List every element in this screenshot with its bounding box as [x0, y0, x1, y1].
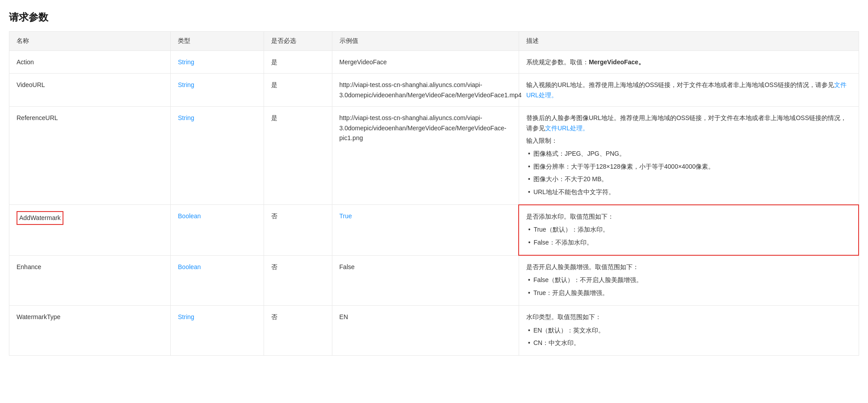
file-url-link-2[interactable]: 文件URL处理。 — [545, 125, 589, 132]
list-item: 图像分辨率：大于等于128×128像素，小于等于4000×4000像素。 — [526, 160, 851, 173]
cell-required: 否 — [264, 306, 332, 356]
list-item: EN（默认）：英文水印。 — [526, 324, 851, 337]
cell-name: AddWatermark — [9, 205, 171, 255]
cell-required: 是 — [264, 51, 332, 74]
desc-list: 图像格式：JPEG、JPG、PNG。 图像分辨率：大于等于128×128像素，小… — [526, 147, 851, 198]
params-table: 名称 类型 是否必选 示例值 描述 Action String 是 MergeV… — [9, 31, 859, 356]
cell-type: String — [171, 306, 264, 356]
cell-example: http://viapi-test.oss-cn-shanghai.aliyun… — [332, 74, 519, 107]
example-value: True — [340, 212, 352, 220]
type-value: Boolean — [178, 263, 201, 270]
list-item: True（默认）：添加水印。 — [526, 223, 851, 236]
cell-required: 是 — [264, 107, 332, 205]
list-item: False：不添加水印。 — [526, 236, 851, 249]
cell-type: String — [171, 51, 264, 74]
cell-example: http://viapi-test.oss-cn-shanghai.aliyun… — [332, 107, 519, 205]
cell-example: True — [332, 205, 519, 255]
type-value: String — [178, 313, 194, 320]
header-example: 示例值 — [332, 32, 519, 51]
page-title: 请求参数 — [9, 11, 859, 24]
cell-type: String — [171, 74, 264, 107]
type-value: Boolean — [178, 212, 201, 220]
cell-example: MergeVideoFace — [332, 51, 519, 74]
file-url-link[interactable]: 文件URL处理。 — [526, 81, 847, 98]
cell-required: 否 — [264, 255, 332, 306]
cell-name: Enhance — [9, 255, 171, 306]
type-value: String — [178, 81, 194, 88]
cell-desc: 输入视频的URL地址。推荐使用上海地域的OSS链接，对于文件在本地或者非上海地域… — [519, 74, 859, 107]
cell-type: Boolean — [171, 205, 264, 255]
cell-name: Action — [9, 51, 171, 74]
desc-intro: 是否添加水印。取值范围如下： — [526, 212, 851, 221]
list-item: CN：中文水印。 — [526, 337, 851, 349]
cell-desc: 是否开启人脸美颜增强。取值范围如下： False（默认）：不开启人脸美颜增强。 … — [519, 255, 859, 306]
desc-intro: 水印类型。取值范围如下： — [526, 312, 851, 322]
list-item: 图像格式：JPEG、JPG、PNG。 — [526, 147, 851, 160]
list-item: False（默认）：不开启人脸美颜增强。 — [526, 274, 851, 286]
cell-desc: 水印类型。取值范围如下： EN（默认）：英文水印。 CN：中文水印。 — [519, 306, 859, 356]
cell-desc-highlighted: 是否添加水印。取值范围如下： True（默认）：添加水印。 False：不添加水… — [519, 205, 859, 255]
cell-required: 是 — [264, 74, 332, 107]
table-row: Action String 是 MergeVideoFace 系统规定参数。取值… — [9, 51, 859, 74]
list-item: 图像大小：不大于20 MB。 — [526, 173, 851, 185]
cell-name: ReferenceURL — [9, 107, 171, 205]
desc-sub: 输入限制： — [526, 136, 851, 145]
cell-example: False — [332, 255, 519, 306]
cell-desc: 替换后的人脸参考图像URL地址。推荐使用上海地域的OSS链接，对于文件在本地或者… — [519, 107, 859, 205]
type-value: String — [178, 58, 194, 66]
desc-text: 输入视频的URL地址。推荐使用上海地域的OSS链接，对于文件在本地或者非上海地域… — [526, 81, 847, 98]
cell-type: Boolean — [171, 255, 264, 306]
table-row: VideoURL String 是 http://viapi-test.oss-… — [9, 74, 859, 107]
cell-example: EN — [332, 306, 519, 356]
table-row: AddWatermark Boolean 否 True 是否添加水印。取值范围如… — [9, 205, 859, 255]
table-row: WatermarkType String 否 EN 水印类型。取值范围如下： E… — [9, 306, 859, 356]
header-required: 是否必选 — [264, 32, 332, 51]
header-desc: 描述 — [519, 32, 859, 51]
cell-required: 否 — [264, 205, 332, 255]
name-highlight-box: AddWatermark — [17, 211, 63, 224]
desc-list: EN（默认）：英文水印。 CN：中文水印。 — [526, 324, 851, 349]
cell-type: String — [171, 107, 264, 205]
table-header-row: 名称 类型 是否必选 示例值 描述 — [9, 32, 859, 51]
table-row: ReferenceURL String 是 http://viapi-test.… — [9, 107, 859, 205]
desc-intro: 替换后的人脸参考图像URL地址。推荐使用上海地域的OSS链接，对于文件在本地或者… — [526, 113, 851, 133]
table-row: Enhance Boolean 否 False 是否开启人脸美颜增强。取值范围如… — [9, 255, 859, 306]
cell-desc: 系统规定参数。取值：MergeVideoFace。 — [519, 51, 859, 74]
desc-list: True（默认）：添加水印。 False：不添加水印。 — [526, 223, 851, 249]
list-item: True：开启人脸美颜增强。 — [526, 287, 851, 299]
desc-text: 系统规定参数。取值：MergeVideoFace。 — [526, 58, 645, 66]
header-name: 名称 — [9, 32, 171, 51]
header-type: 类型 — [171, 32, 264, 51]
cell-name: VideoURL — [9, 74, 171, 107]
type-value: String — [178, 114, 194, 121]
cell-name: WatermarkType — [9, 306, 171, 356]
desc-intro: 是否开启人脸美颜增强。取值范围如下： — [526, 262, 851, 272]
list-item: URL地址不能包含中文字符。 — [526, 186, 851, 198]
desc-list: False（默认）：不开启人脸美颜增强。 True：开启人脸美颜增强。 — [526, 274, 851, 299]
